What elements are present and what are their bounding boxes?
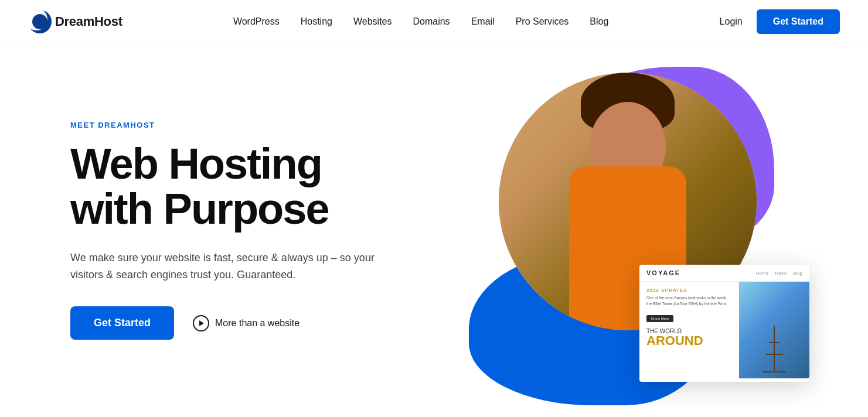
nav-hosting[interactable]: Hosting — [301, 16, 332, 27]
hero-description: We make sure your website is fast, secur… — [70, 249, 387, 283]
nav-blog[interactable]: Blog — [590, 16, 608, 27]
website-card: VOYAGE Home Travel Blog 2022 UPDATES One… — [639, 265, 809, 382]
nav-links: WordPress Hosting Websites Domains Email… — [233, 16, 609, 27]
nav-domains[interactable]: Domains — [413, 16, 450, 27]
eiffel-top — [769, 342, 780, 343]
nav-wordpress[interactable]: WordPress — [233, 16, 280, 27]
nav-get-started-button[interactable]: Get Started — [757, 9, 840, 34]
card-update-label: 2022 UPDATES — [646, 288, 732, 293]
card-text: 2022 UPDATES One of the most famous land… — [639, 282, 739, 378]
hero-buttons: Get Started More than a website — [70, 306, 434, 340]
eiffel-body — [774, 326, 775, 372]
card-image — [739, 282, 809, 378]
hero-secondary-label: More than a website — [215, 318, 299, 329]
logo-icon — [28, 10, 52, 33]
card-body: 2022 UPDATES One of the most famous land… — [639, 282, 809, 378]
card-world: THE WORLD AROUND — [646, 328, 732, 347]
eiffel-tower — [760, 320, 789, 372]
login-link[interactable]: Login — [720, 16, 743, 27]
nav-email[interactable]: Email — [471, 16, 495, 27]
card-header: VOYAGE Home Travel Blog — [639, 265, 809, 282]
main-nav: DreamHost WordPress Hosting Websites Dom… — [0, 0, 868, 43]
hero-eyebrow: MEET DREAMHOST — [70, 121, 434, 129]
eiffel-mid — [765, 354, 783, 355]
nav-websites[interactable]: Websites — [353, 16, 392, 27]
hero-secondary-button[interactable]: More than a website — [193, 315, 299, 331]
play-icon — [193, 315, 209, 331]
card-nav: Home Travel Blog — [756, 271, 802, 276]
card-know-more[interactable]: Know More — [646, 315, 673, 322]
hero-title: Web Hosting with Purpose — [70, 141, 434, 232]
card-nav-travel: Travel — [774, 271, 787, 276]
logo[interactable]: DreamHost — [28, 10, 122, 33]
brand-name: DreamHost — [55, 14, 122, 29]
card-world-around: AROUND — [646, 334, 732, 347]
nav-pro-services[interactable]: Pro Services — [516, 16, 569, 27]
hero-get-started-button[interactable]: Get Started — [70, 306, 174, 340]
hero-section: MEET DREAMHOST Web Hosting with Purpose … — [0, 43, 868, 417]
card-logo: VOYAGE — [646, 269, 680, 276]
nav-actions: Login Get Started — [720, 9, 840, 34]
card-nav-blog: Blog — [793, 271, 802, 276]
hero-title-line1: Web Hosting — [70, 139, 322, 188]
card-body-text: One of the most famous landmarks in the … — [646, 295, 732, 307]
card-nav-home: Home — [756, 271, 768, 276]
eiffel-base — [763, 371, 786, 372]
hero-visual: VOYAGE Home Travel Blog 2022 UPDATES One… — [434, 43, 821, 417]
hero-content: MEET DREAMHOST Web Hosting with Purpose … — [70, 121, 434, 340]
hero-title-line2: with Purpose — [70, 184, 329, 233]
